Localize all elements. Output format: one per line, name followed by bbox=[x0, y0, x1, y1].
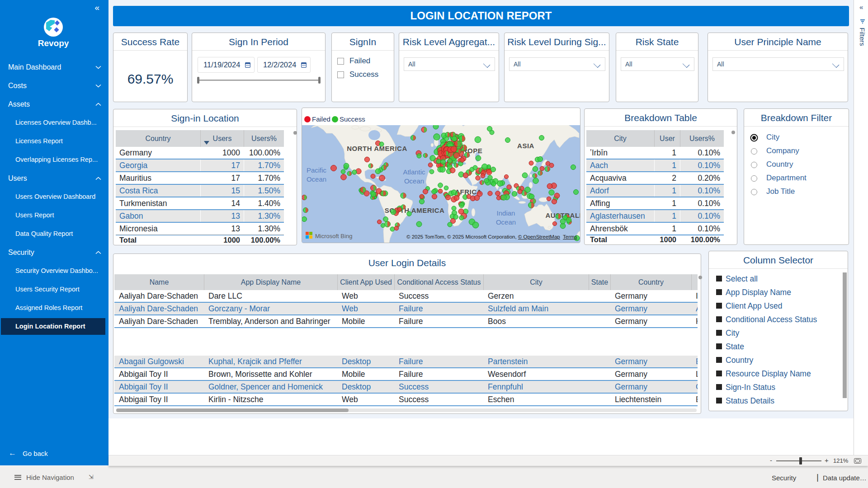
svg-text:Pacific: Pacific bbox=[307, 166, 327, 174]
svg-text:Indian: Indian bbox=[497, 209, 515, 217]
svg-text:Ocean: Ocean bbox=[404, 177, 424, 185]
svg-text:Ocean: Ocean bbox=[307, 175, 326, 183]
svg-text:Ocean: Ocean bbox=[496, 218, 516, 226]
svg-text:Atlantic: Atlantic bbox=[403, 168, 425, 176]
svg-text:ASIA: ASIA bbox=[517, 142, 534, 150]
